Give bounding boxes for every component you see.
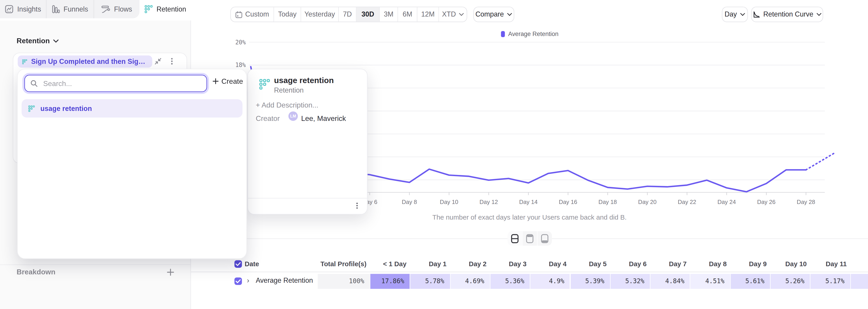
search-icon bbox=[31, 80, 38, 87]
cell-day-3: 5.36% bbox=[490, 274, 530, 289]
collapse-icon bbox=[154, 57, 162, 65]
range-label: Yesterday bbox=[305, 11, 335, 18]
column-header-day-2[interactable]: Day 2 bbox=[450, 260, 490, 268]
x-axis-tick-label: Day 26 bbox=[750, 199, 783, 205]
cell-day-6: 5.32% bbox=[610, 274, 650, 289]
app-window: 20%18%16%14%12%10%8% Day 6Day 8Day 10Day… bbox=[0, 0, 868, 309]
range-yesterday[interactable]: Yesterday bbox=[301, 7, 339, 22]
insights-icon bbox=[5, 5, 13, 13]
column-header-total-profiles[interactable]: Total Profile(s) bbox=[317, 260, 370, 268]
range-30d[interactable]: 30D bbox=[356, 7, 380, 22]
creator-avatar: LM bbox=[288, 111, 298, 121]
screen: 20%18%16%14%12%10%8% Day 6Day 8Day 10Day… bbox=[0, 0, 868, 309]
hover-card-menu-button[interactable] bbox=[353, 202, 361, 209]
add-description-button[interactable]: + Add Description... bbox=[256, 101, 318, 109]
range-7d[interactable]: 7D bbox=[339, 7, 356, 22]
chart-type-button[interactable]: Retention Curve bbox=[751, 6, 823, 22]
retention-icon bbox=[22, 58, 27, 64]
layout-rows-split-button[interactable] bbox=[508, 231, 523, 246]
search-result-usage-retention[interactable]: usage retention bbox=[22, 99, 243, 117]
plus-icon bbox=[213, 78, 219, 84]
x-axis-tick-label: Day 18 bbox=[591, 199, 624, 205]
creator-name: Lee, Maverick bbox=[301, 114, 346, 122]
range-3m[interactable]: 3M bbox=[380, 7, 398, 22]
cell--1-day: 17.86% bbox=[370, 274, 410, 289]
calendar-icon bbox=[235, 11, 243, 18]
search-box[interactable] bbox=[24, 75, 207, 92]
table-header: Date Total Profile(s)< 1 DayDay 1Day 2Da… bbox=[191, 258, 868, 272]
table-row-average-retention[interactable]: › Average Retention 100%17.86%5.78%4.69%… bbox=[191, 274, 868, 289]
flows-icon bbox=[101, 5, 110, 13]
layout-toggle-group bbox=[508, 231, 552, 246]
layout-panel-top-button[interactable] bbox=[523, 231, 537, 246]
chart-legend: Average Retention bbox=[501, 31, 559, 37]
column-header-day-7[interactable]: Day 7 bbox=[650, 260, 690, 268]
range-today[interactable]: Today bbox=[274, 7, 301, 22]
search-input[interactable] bbox=[42, 79, 201, 88]
report-hover-card: usage retention Retention + Add Descript… bbox=[248, 69, 368, 215]
breakdown-divider bbox=[0, 264, 191, 265]
x-axis-tick-label: Day 16 bbox=[551, 199, 585, 205]
compare-button[interactable]: Compare bbox=[473, 6, 514, 22]
granularity-button[interactable]: Day bbox=[722, 6, 748, 22]
column-header-date[interactable]: Date bbox=[245, 260, 262, 268]
column-header-day-10[interactable]: Day 10 bbox=[770, 260, 810, 268]
column-header-day-5[interactable]: Day 5 bbox=[570, 260, 610, 268]
row-expand-chevron-icon[interactable]: › bbox=[247, 276, 249, 285]
cell-total-profiles: 100% bbox=[317, 274, 370, 289]
column-header-day-8[interactable]: Day 8 bbox=[690, 260, 730, 268]
tab-funnels[interactable]: Funnels bbox=[47, 0, 94, 18]
granularity-button-label: Day bbox=[724, 11, 737, 18]
y-axis-tick-label: 20% bbox=[223, 38, 246, 45]
column-header--1-day[interactable]: < 1 Day bbox=[370, 260, 410, 268]
column-header-day-4[interactable]: Day 4 bbox=[530, 260, 570, 268]
sidebar-section-heading-label: Retention bbox=[17, 37, 50, 45]
compare-button-label: Compare bbox=[475, 11, 504, 18]
hover-card-title: usage retention bbox=[274, 76, 334, 85]
x-axis-tick-label: Day 14 bbox=[512, 199, 545, 205]
query-menu-button[interactable] bbox=[168, 57, 176, 65]
layout-panel-bottom-button[interactable] bbox=[537, 231, 552, 246]
range-custom[interactable]: Custom bbox=[231, 7, 274, 22]
tab-flows-label: Flows bbox=[114, 5, 132, 13]
cell-day-11: 5.17% bbox=[810, 274, 850, 289]
chevron-down-icon bbox=[53, 39, 59, 43]
range-xtd[interactable]: XTD bbox=[439, 7, 467, 22]
chevron-down-icon bbox=[459, 13, 464, 16]
column-header-day-9[interactable]: Day 9 bbox=[730, 260, 770, 268]
retention-icon bbox=[28, 105, 35, 112]
cell-day-8: 4.51% bbox=[690, 274, 730, 289]
range-12m[interactable]: 12M bbox=[417, 7, 439, 22]
range-label: Custom bbox=[245, 11, 269, 18]
row-checkbox[interactable] bbox=[234, 277, 242, 285]
create-button[interactable]: Create bbox=[213, 77, 243, 85]
tab-flows[interactable]: Flows bbox=[94, 0, 140, 18]
tab-retention[interactable]: Retention bbox=[140, 0, 191, 18]
chevron-down-icon bbox=[740, 13, 745, 16]
column-header-day-3[interactable]: Day 3 bbox=[490, 260, 530, 268]
select-all-checkbox[interactable] bbox=[234, 260, 242, 268]
retention-curve-icon bbox=[753, 11, 760, 18]
cell-day-9: 5.61% bbox=[730, 274, 770, 289]
cell-day-4: 4.9% bbox=[530, 274, 570, 289]
collapse-button[interactable] bbox=[154, 57, 162, 65]
chart-caption: The number of exact days later your User… bbox=[191, 214, 868, 221]
column-header-day-11[interactable]: Day 11 bbox=[810, 260, 850, 268]
range-label: 7D bbox=[343, 11, 352, 18]
tab-funnels-label: Funnels bbox=[64, 5, 88, 13]
selected-report-pill-label: Sign Up Completed and then Sign Up Co... bbox=[31, 58, 148, 65]
selected-report-pill[interactable]: Sign Up Completed and then Sign Up Co... bbox=[18, 55, 152, 68]
date-range-control: CustomTodayYesterday7D30D3M6M12MXTD bbox=[230, 6, 467, 22]
range-6m[interactable]: 6M bbox=[398, 7, 417, 22]
tab-insights[interactable]: Insights bbox=[0, 0, 47, 18]
retention-icon bbox=[145, 5, 153, 13]
cell-day-10: 5.26% bbox=[770, 274, 810, 289]
column-header-day-6[interactable]: Day 6 bbox=[610, 260, 650, 268]
x-axis-tick-label: Day 22 bbox=[671, 199, 704, 205]
cell-day-2: 4.69% bbox=[450, 274, 490, 289]
column-header-day-1[interactable]: Day 1 bbox=[410, 260, 450, 268]
sidebar-section-heading[interactable]: Retention bbox=[17, 37, 59, 45]
row-label: Average Retention bbox=[256, 277, 313, 284]
range-label: Today bbox=[278, 11, 297, 18]
add-breakdown-button[interactable] bbox=[166, 268, 174, 276]
